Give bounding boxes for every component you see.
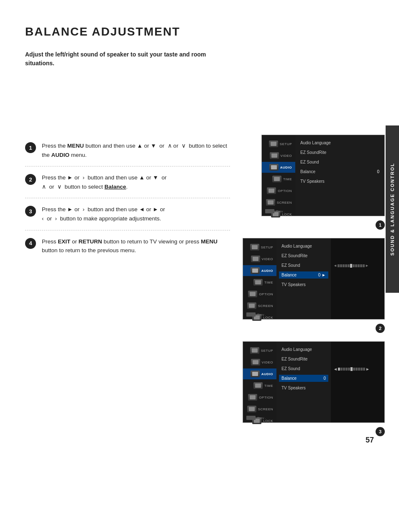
screen-icon-2 [247, 302, 256, 309]
menu-screen-1: SCREEN [262, 197, 295, 208]
tv-footer-3: Prev . [246, 416, 266, 420]
bal-seg [356, 368, 358, 371]
bal-seg [363, 264, 365, 267]
opt-audio-lang-1: Audio Language [300, 139, 379, 146]
option-icon-2 [248, 291, 257, 297]
footer-icon-1 [265, 209, 274, 213]
balance-visual-2: ◄ [333, 263, 382, 268]
balance-value-2: 0 ► [318, 273, 326, 277]
screenshot-wrap-1: SETUP VIDEO AUDIO TIME [243, 135, 385, 230]
menu-setup-2: SETUP [243, 242, 276, 253]
step-3: 3 Press the ► or › button and then use ◄… [25, 198, 230, 230]
menu-video-1: VIDEO [262, 150, 295, 161]
bal-segments-3 [338, 367, 365, 371]
bal-seg [345, 368, 348, 371]
opt-balance-3: Balance 0 [279, 375, 328, 382]
bal-seg [355, 264, 357, 267]
bal-seg [358, 368, 360, 371]
audio-icon-2 [251, 267, 260, 274]
footer-text-2: Prev . [257, 313, 266, 317]
time-icon-1 [272, 176, 281, 182]
option-icon-3 [248, 394, 257, 401]
opt-tv-speakers-3: TV Speakers [281, 384, 326, 391]
audio-icon-1 [269, 164, 279, 171]
setup-icon-3 [250, 347, 259, 354]
step-circle-1: 1 [25, 142, 36, 153]
screenshot-badge-3: 3 [376, 427, 385, 436]
step-circle-4: 4 [25, 238, 36, 249]
bal-seg [358, 264, 360, 267]
screen-icon-3 [247, 406, 256, 412]
screen-icon-1 [266, 199, 275, 206]
tv-screenshot-3: SETUP VIDEO AUDIO TIME [243, 341, 385, 423]
tv-menu-left-1: SETUP VIDEO AUDIO TIME [262, 135, 295, 216]
footer-icon-3 [246, 416, 256, 420]
bal-seg [338, 264, 340, 267]
video-icon-2 [251, 256, 260, 262]
opt-ez-sound-3: EZ Sound [281, 365, 326, 372]
video-icon-3 [251, 359, 260, 366]
bal-right-arrow-3: ► [366, 367, 370, 371]
screenshot-badge-2: 2 [376, 324, 385, 333]
screenshot-badge-1: 1 [376, 220, 385, 230]
bal-seg [340, 264, 342, 267]
step-1-text: Press the MENU button and then use ▲ or … [42, 141, 230, 159]
menu-time-2: TIME [243, 277, 276, 288]
page-container: BALANCE ADJUSTMENT Adjust the left/right… [0, 0, 399, 461]
tv-screenshot-1: SETUP VIDEO AUDIO TIME [261, 135, 385, 216]
tv-menu-left-3: SETUP VIDEO AUDIO TIME [243, 342, 276, 422]
step-circle-3: 3 [25, 206, 36, 217]
menu-screen-2: SCREEN [243, 300, 276, 311]
audio-icon-3 [251, 371, 260, 377]
side-tab: SOUND & LANGUAGE CONTROL [386, 125, 399, 293]
tv-screenshot-2: SETUP VIDEO AUDIO TIME [243, 238, 385, 320]
bal-seg [343, 264, 345, 267]
menu-time-1: TIME [262, 174, 295, 184]
balance-value-3: 0 [323, 376, 326, 381]
time-icon-3 [253, 382, 263, 389]
opt-tv-speakers-2: TV Speakers [281, 281, 326, 288]
opt-audio-lang-3: Audio Language [281, 346, 326, 353]
menu-screen-3: SCREEN [243, 404, 276, 414]
step-2-text: Press the ► or › button and then use ▲ o… [42, 173, 166, 191]
screenshot-wrap-3: SETUP VIDEO AUDIO TIME [243, 341, 385, 436]
bal-seg [353, 264, 355, 267]
instructions-column: 1 Press the MENU button and then use ▲ o… [25, 135, 230, 436]
opt-audio-lang-2: Audio Language [281, 243, 326, 250]
bal-seg [340, 368, 343, 371]
bal-segments-2 [338, 264, 365, 268]
screenshot-wrap-2: SETUP VIDEO AUDIO TIME [243, 238, 385, 333]
bal-seg [343, 368, 345, 371]
tv-footer-1: Prev . [265, 209, 285, 213]
setup-icon-1 [269, 141, 278, 147]
step-3-text: Press the ► or › button and then use ◄ o… [42, 205, 165, 223]
bal-seg-center [350, 264, 352, 268]
bal-seg [361, 368, 363, 371]
step-2: 2 Press the ► or › button and then use ▲… [25, 166, 230, 198]
bal-left-arrow-2: ◄ [333, 263, 337, 268]
menu-option-3: OPTION [243, 392, 276, 403]
tv-balance-panel-3: ◄ [331, 342, 384, 422]
opt-balance-2: Balance 0 ► [279, 271, 328, 279]
subtitle: Adjust the left/right sound of speaker t… [25, 50, 234, 68]
menu-video-2: VIDEO [243, 253, 276, 264]
bal-seg [348, 264, 350, 267]
bal-seg [353, 368, 355, 371]
main-layout: 1 Press the MENU button and then use ▲ o… [25, 135, 374, 436]
opt-ez-soundrite-3: EZ SoundRite [281, 356, 326, 363]
time-icon-2 [253, 279, 263, 286]
bal-seg [360, 264, 362, 267]
screenshots-column: SETUP VIDEO AUDIO TIME [243, 135, 385, 436]
footer-icon-2 [246, 312, 256, 317]
menu-audio-2: AUDIO [243, 265, 276, 276]
tv-menu-right-3: Audio Language EZ SoundRite EZ Sound Bal… [276, 342, 331, 422]
footer-text-1: Prev . [276, 210, 285, 213]
menu-option-1: OPTION [262, 185, 295, 196]
step-4: 4 Press EXIT or RETURN button to return … [25, 230, 230, 262]
bal-seg-center [350, 367, 353, 371]
opt-balance-1: Balance 0 [300, 168, 379, 175]
menu-audio-3: AUDIO [243, 368, 276, 379]
tv-balance-panel-2: ◄ [331, 238, 384, 319]
step-4-text: Press EXIT or RETURN button to return to… [42, 237, 230, 255]
tv-footer-2: Prev . [246, 312, 266, 317]
